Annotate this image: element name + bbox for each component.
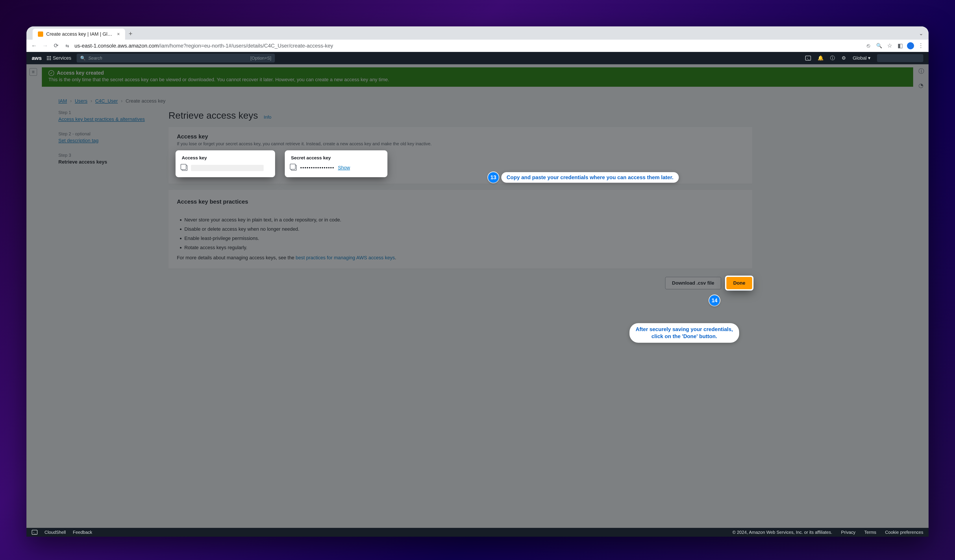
site-info-icon[interactable]: ⇆ xyxy=(63,42,71,50)
sidepanel-icon[interactable]: ◧ xyxy=(896,42,904,50)
list-item: Enable least-privilege permissions. xyxy=(184,236,744,241)
done-button[interactable]: Done xyxy=(726,277,752,289)
address-bar: ← → ⟳ ⇆ us-east-1.console.aws.amazon.com… xyxy=(27,40,928,52)
annotation-text: Copy and paste your credentials where yo… xyxy=(501,172,679,183)
region-selector[interactable]: Global ▾ xyxy=(853,55,870,61)
browser-window: Create access key | IAM | Glo… × + ⌄ ← →… xyxy=(27,27,928,537)
annotation-badge: 14 xyxy=(709,295,720,306)
access-key-card: Access key xyxy=(177,152,274,176)
cloudshell-top-icon[interactable]: ›_ xyxy=(805,56,811,61)
cloudshell-link[interactable]: CloudShell xyxy=(44,530,66,535)
cookie-prefs-link[interactable]: Cookie preferences xyxy=(885,530,923,535)
reload-button[interactable]: ⟳ xyxy=(52,42,60,50)
aws-footer: ›_ CloudShell Feedback © 2024, Amazon We… xyxy=(27,528,928,537)
tutorial-annotation-13: 13 Copy and paste your credentials where… xyxy=(488,172,679,183)
page-title: Retrieve access keys Info xyxy=(169,110,752,121)
wizard-step-3: Retrieve access keys xyxy=(58,159,155,165)
forward-button[interactable]: → xyxy=(41,42,49,50)
settings-icon[interactable]: ⚙ xyxy=(842,55,846,61)
aws-logo[interactable]: aws xyxy=(32,55,42,61)
secret-key-mask: •••••••••••••••• xyxy=(300,165,334,171)
tutorial-annotation-14: After securely saving your credentials, … xyxy=(629,323,739,343)
browser-menu-icon[interactable]: ⋮ xyxy=(917,42,925,50)
profile-avatar[interactable] xyxy=(907,42,914,49)
help-icon[interactable]: ⓘ xyxy=(830,55,835,61)
best-practices-footer: For more details about managing access k… xyxy=(177,255,744,261)
new-tab-button[interactable]: + xyxy=(128,30,133,40)
breadcrumb-users[interactable]: Users xyxy=(75,98,87,104)
list-item: Rotate access keys regularly. xyxy=(184,245,744,251)
aws-top-nav: aws Services 🔍 Search [Option+S] ›_ 🔔 ⓘ … xyxy=(27,52,928,64)
action-row: Download .csv file Done xyxy=(169,277,752,289)
list-item: Never store your access key in plain tex… xyxy=(184,217,744,223)
success-notice: ✓Access key created This is the only tim… xyxy=(42,67,913,87)
chevron-right-icon: › xyxy=(70,98,72,104)
wizard-step-2[interactable]: Set description tag xyxy=(58,138,99,143)
access-key-value xyxy=(191,165,264,171)
browser-tab[interactable]: Create access key | IAM | Glo… × xyxy=(33,29,125,40)
list-item: Disable or delete access key when no lon… xyxy=(184,226,744,232)
main-column: Retrieve access keys Info Access key If … xyxy=(169,110,752,289)
aws-favicon-icon xyxy=(38,31,43,37)
search-icon: 🔍 xyxy=(80,56,86,61)
privacy-link[interactable]: Privacy xyxy=(841,530,856,535)
url-field[interactable]: us-east-1.console.aws.amazon.com/iam/hom… xyxy=(74,43,861,49)
cloudshell-icon[interactable]: ›_ xyxy=(32,530,38,535)
back-button[interactable]: ← xyxy=(30,42,38,50)
copy-icon[interactable] xyxy=(182,165,188,171)
chevron-right-icon: › xyxy=(121,98,122,104)
breadcrumb: IAM › Users › C4C_User › Create access k… xyxy=(58,98,165,104)
best-practices-list: Never store your access key in plain tex… xyxy=(184,217,744,251)
tab-overflow-button[interactable]: ⌄ xyxy=(919,30,923,40)
tab-bar: Create access key | IAM | Glo… × + ⌄ xyxy=(27,27,928,40)
aws-search-input[interactable]: 🔍 Search [Option+S] xyxy=(77,54,275,62)
feedback-link[interactable]: Feedback xyxy=(73,530,92,535)
check-circle-icon: ✓ xyxy=(49,70,54,76)
clock-icon[interactable]: ◔ xyxy=(919,82,924,89)
account-menu[interactable] xyxy=(877,54,923,62)
copy-icon[interactable] xyxy=(291,165,297,171)
breadcrumb-user[interactable]: C4C_User xyxy=(95,98,118,104)
zoom-icon[interactable]: 🔍 xyxy=(875,42,883,50)
download-csv-button[interactable]: Download .csv file xyxy=(665,277,721,289)
close-icon[interactable]: × xyxy=(117,31,120,37)
breadcrumb-current: Create access key xyxy=(125,98,165,104)
best-practices-panel: Access key best practices Never store yo… xyxy=(169,190,752,268)
bookmark-icon[interactable]: ☆ xyxy=(886,42,893,50)
chevron-right-icon: › xyxy=(91,98,92,104)
wizard-step-1[interactable]: Access key best practices & alternatives xyxy=(58,117,145,122)
secret-key-card: Secret access key •••••••••••••••• Show xyxy=(286,152,386,176)
info-panel-icon[interactable]: ⓘ xyxy=(919,67,924,75)
annotation-badge: 13 xyxy=(488,172,499,183)
terms-link[interactable]: Terms xyxy=(864,530,876,535)
copyright-text: © 2024, Amazon Web Services, Inc. or its… xyxy=(732,530,832,535)
page-body: ≡ ✓Access key created This is the only t… xyxy=(27,64,928,528)
breadcrumb-iam[interactable]: IAM xyxy=(58,98,67,104)
translate-icon[interactable]: ⎋ xyxy=(865,42,872,50)
chevron-down-icon: ▾ xyxy=(868,55,870,61)
wizard-steps: Step 1 Access key best practices & alter… xyxy=(58,110,155,174)
tab-title: Create access key | IAM | Glo… xyxy=(46,31,114,37)
info-link[interactable]: Info xyxy=(264,114,271,120)
notifications-icon[interactable]: 🔔 xyxy=(817,55,823,61)
side-nav-toggle[interactable]: ≡ xyxy=(30,68,37,76)
grid-icon xyxy=(47,56,51,60)
show-secret-link[interactable]: Show xyxy=(338,165,350,171)
best-practices-doc-link[interactable]: best practices for managing AWS access k… xyxy=(296,255,395,261)
services-menu[interactable]: Services xyxy=(47,55,71,61)
